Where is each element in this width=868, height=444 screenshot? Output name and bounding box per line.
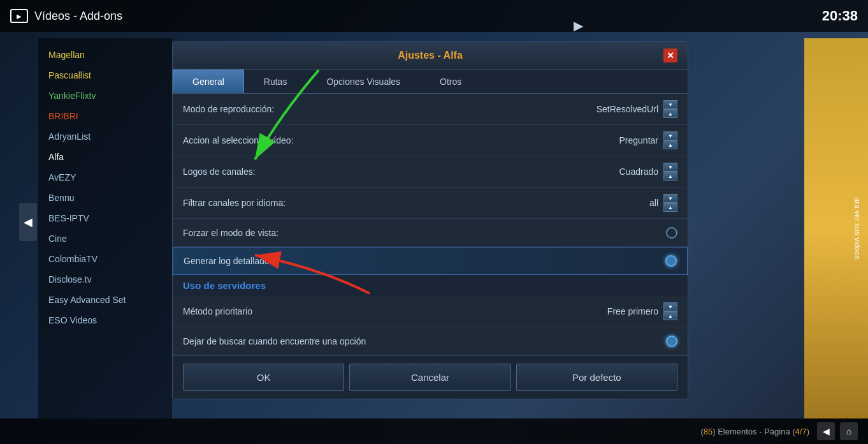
toggle-log[interactable] [665,255,677,267]
dropdown-down-logos[interactable]: ▼ [663,163,677,172]
sidebar-item-eso[interactable]: ESO Videos [38,310,172,330]
cancel-button[interactable]: Cancelar [349,364,510,391]
dropdown-up-filtrar[interactable]: ▲ [663,203,677,212]
sidebar-item-bennu[interactable]: Bennu [38,188,172,208]
prev-page-button[interactable]: ◀ [817,422,835,440]
setting-value-filtrar: all ▼ ▲ [649,194,677,212]
dropdown-up-accion[interactable]: ▲ [663,140,677,149]
setting-label-metodo: Método prioritario [183,306,252,316]
dropdown-logos[interactable]: ▼ ▲ [663,163,677,181]
setting-value-modo: SetResolvedUrl ▼ ▲ [597,100,677,118]
setting-value-metodo: Free primero ▼ ▲ [607,302,677,320]
setting-text-modo: SetResolvedUrl [597,104,658,114]
sidebar-item-colombiatv[interactable]: ColombiaTV [38,249,172,269]
setting-text-accion: Preguntar [619,135,658,145]
elements-info: (85) Elementos - Página (4/7) [700,427,809,436]
setting-logos-canales: Logos de canales: Cuadrado ▼ ▲ [173,156,688,188]
setting-label-forzar: Forzar el modo de vista: [183,228,278,238]
setting-label-accion: Accion al seleccionar vídeo: [183,135,294,145]
dialog-title: Ajustes - Alfa [197,50,663,61]
tab-opciones-visuales[interactable]: Opciones Visuales [307,70,420,93]
toggle-forzar[interactable] [666,227,677,239]
setting-label-log: Generar log detallado: [184,256,272,266]
sidebar-item-magellan[interactable]: Magellan [38,45,172,65]
topbar: Vídeos - Add-ons 20:38 [0,0,868,32]
left-nav-arrow[interactable]: ◀ [19,203,37,241]
setting-label-dejar: Dejar de buscar cuando encuentre una opc… [183,336,366,346]
dropdown-accion[interactable]: ▼ ▲ [663,131,677,149]
dropdown-down-modo[interactable]: ▼ [663,100,677,109]
setting-accion-seleccionar: Accion al seleccionar vídeo: Preguntar ▼… [173,125,688,156]
dropdown-up-modo[interactable]: ▲ [663,109,677,118]
sidebar-item-bes-iptv[interactable]: BES-IPTV [38,208,172,228]
sidebar: Magellan Pascuallist YankieFlixtv BRIBRI… [38,38,172,418]
settings-dialog: Ajustes - Alfa ✕ General Rutas Opciones … [172,41,688,399]
ok-button[interactable]: OK [183,364,344,391]
dropdown-up-logos[interactable]: ▲ [663,172,677,181]
close-button[interactable]: ✕ [663,48,677,63]
setting-modo-reproduccion: Modo de reproducción: SetResolvedUrl ▼ ▲ [173,94,688,125]
bottombar: (85) Elementos - Página (4/7) ◀ ⌂ [0,418,868,444]
dropdown-down-metodo[interactable]: ▼ [663,302,677,311]
element-count: 85 [704,427,712,436]
setting-value-logos: Cuadrado ▼ ▲ [619,163,678,181]
dropdown-up-metodo[interactable]: ▲ [663,311,677,320]
setting-generar-log: Generar log detallado: [173,247,688,275]
section-uso-servidores: Uso de servidores [173,275,688,296]
dropdown-down-accion[interactable]: ▼ [663,131,677,140]
home-button[interactable]: ⌂ [840,422,858,440]
nav-buttons: ◀ ⌂ [817,422,858,440]
setting-value-log [665,255,677,267]
setting-filtrar-canales: Filtrar canales por idioma: all ▼ ▲ [173,188,688,219]
tab-otros[interactable]: Otros [420,70,481,93]
setting-value-accion: Preguntar ▼ ▲ [619,131,677,149]
dialog-titlebar: Ajustes - Alfa ✕ [173,42,688,70]
right-panel-text: ara ver sus videos [853,197,862,259]
setting-value-dejar [666,336,677,347]
video-icon [10,9,28,23]
tab-rutas[interactable]: Rutas [244,70,307,93]
tabs-container: General Rutas Opciones Visuales Otros [173,70,688,94]
sidebar-item-avezy[interactable]: AvEZY [38,167,172,188]
sidebar-item-disclose[interactable]: Disclose.tv [38,269,172,290]
tab-general[interactable]: General [173,70,244,93]
default-button[interactable]: Por defecto [516,364,677,391]
sidebar-item-alfa[interactable]: Alfa [38,147,172,167]
sidebar-item-cine[interactable]: Cine [38,228,172,249]
sidebar-item-pascuallist[interactable]: Pascuallist [38,65,172,85]
sidebar-item-bribri[interactable]: BRIBRI [38,106,172,126]
dropdown-modo[interactable]: ▼ ▲ [663,100,677,118]
right-panel: ara ver sus videos [804,38,868,418]
setting-dejar-buscar: Dejar de buscar cuando encuentre una opc… [173,327,688,355]
setting-text-metodo: Free primero [607,306,658,316]
setting-label-modo: Modo de reproducción: [183,104,274,114]
sidebar-item-yankieflixtv[interactable]: YankieFlixtv [38,85,172,106]
sidebar-item-adryanlist[interactable]: AdryanList [38,126,172,147]
dropdown-down-filtrar[interactable]: ▼ [663,194,677,203]
setting-label-filtrar: Filtrar canales por idioma: [183,198,286,208]
setting-metodo-prioritario: Método prioritario Free primero ▼ ▲ [173,296,688,327]
app-title: Vídeos - Add-ons [34,10,122,23]
section-title: Uso de servidores [183,280,266,291]
clock: 20:38 [822,8,858,24]
topbar-left: Vídeos - Add-ons [10,9,122,23]
settings-content: Modo de reproducción: SetResolvedUrl ▼ ▲… [173,94,688,355]
page-info: 4/7 [795,427,807,436]
setting-text-filtrar: all [649,198,658,208]
setting-label-logos: Logos de canales: [183,166,256,177]
dropdown-filtrar[interactable]: ▼ ▲ [663,194,677,212]
sidebar-item-easy[interactable]: Easy Advanced Set [38,290,172,310]
setting-text-logos: Cuadrado [619,166,659,177]
dropdown-metodo[interactable]: ▼ ▲ [663,302,677,320]
dialog-footer: OK Cancelar Por defecto [173,355,688,399]
setting-value-forzar [666,227,677,239]
toggle-dejar[interactable] [666,336,677,347]
setting-forzar-modo: Forzar el modo de vista: [173,219,688,247]
